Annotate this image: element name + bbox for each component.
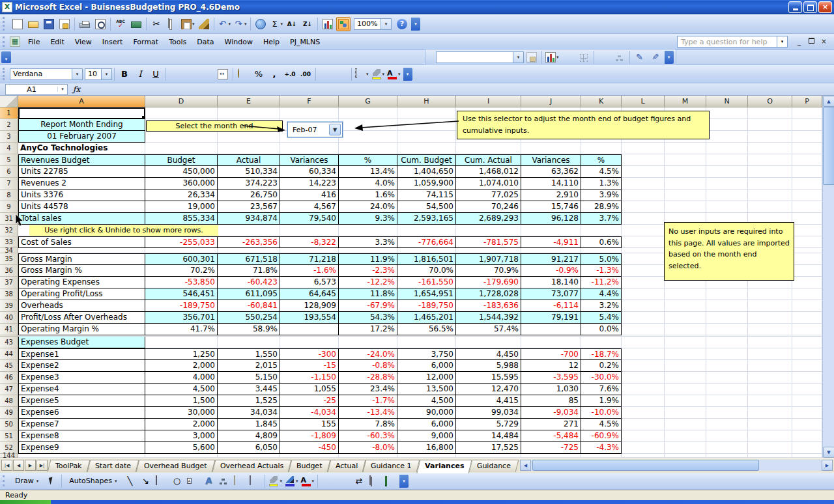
cell-H40[interactable]: 1,465,201 bbox=[397, 312, 456, 324]
wordart-button[interactable]: A bbox=[201, 474, 215, 488]
name-box[interactable]: A1 ▾ bbox=[5, 84, 68, 95]
sort-descending-button[interactable]: Z↓ bbox=[300, 17, 315, 31]
row-header-6[interactable]: 6 bbox=[0, 166, 18, 178]
dash-style-button[interactable] bbox=[336, 474, 351, 488]
cell-I35[interactable]: 1,907,718 bbox=[456, 253, 521, 265]
row-header-34[interactable]: 34 bbox=[0, 248, 18, 253]
font-dropdown-icon[interactable]: ▾ bbox=[72, 69, 82, 79]
cell-G36[interactable]: -2.3% bbox=[339, 265, 397, 277]
cell-G1[interactable] bbox=[339, 107, 397, 119]
cell-E44[interactable]: 1,550 bbox=[218, 348, 280, 360]
cell-N52[interactable] bbox=[706, 442, 748, 454]
cell-I33[interactable]: -781,575 bbox=[456, 236, 521, 248]
cell-J46[interactable]: -3,595 bbox=[521, 372, 581, 384]
cell-D4[interactable] bbox=[145, 143, 218, 154]
cell-A7[interactable]: Revenues 2 bbox=[18, 178, 145, 189]
cell-O1[interactable] bbox=[748, 107, 792, 119]
cell-D3[interactable] bbox=[145, 131, 218, 143]
cell-A52[interactable]: Expense9 bbox=[18, 442, 145, 454]
permission-button[interactable] bbox=[57, 17, 72, 31]
cell-P36[interactable] bbox=[792, 265, 822, 277]
save-button[interactable] bbox=[42, 17, 56, 31]
cell-O9[interactable] bbox=[748, 201, 792, 213]
cell-G32[interactable] bbox=[339, 225, 397, 236]
fx-icon[interactable]: ƒx bbox=[73, 85, 80, 94]
horizontal-scroll-track[interactable] bbox=[531, 460, 822, 471]
cell-A49[interactable]: Expense6 bbox=[18, 407, 145, 419]
cell-G31[interactable]: 9.3% bbox=[339, 213, 397, 225]
cell-H52[interactable]: 16,800 bbox=[397, 442, 456, 454]
cell-J37[interactable]: 18,140 bbox=[521, 277, 581, 288]
cell-D44[interactable]: 1,250 bbox=[145, 348, 218, 360]
format-painter-button[interactable] bbox=[197, 17, 211, 31]
cell-A5[interactable]: Revenues Budget bbox=[18, 154, 145, 166]
menu-insert[interactable]: Insert bbox=[97, 36, 128, 48]
toolbar-options-button[interactable]: ▾ bbox=[411, 18, 420, 31]
cell-A33[interactable]: Cost of Sales bbox=[18, 236, 145, 248]
last-sheet-button[interactable]: ▶| bbox=[36, 460, 48, 471]
cell-A2[interactable]: Report Month Ending bbox=[18, 119, 145, 131]
row-header-1[interactable]: 1 bbox=[0, 107, 18, 119]
cell-M8[interactable] bbox=[665, 189, 706, 201]
cell-H6[interactable]: 1,404,650 bbox=[397, 166, 456, 178]
cell-O47[interactable] bbox=[748, 384, 792, 395]
formatting-grip[interactable] bbox=[3, 68, 7, 80]
sheet-tab-guidance[interactable]: Guidance bbox=[469, 460, 519, 472]
cell-K37[interactable]: -11.2% bbox=[581, 277, 622, 288]
cell-E1[interactable] bbox=[218, 107, 280, 119]
cell-L47[interactable] bbox=[622, 384, 665, 395]
cell-D33[interactable]: -255,033 bbox=[145, 236, 218, 248]
column-header-K[interactable]: K bbox=[581, 96, 622, 107]
row-header-7[interactable]: 7 bbox=[0, 178, 18, 189]
cell-E51[interactable]: 4,809 bbox=[218, 430, 280, 442]
cell-P4[interactable] bbox=[792, 143, 822, 154]
cell-P7[interactable] bbox=[792, 178, 822, 189]
cell-D34[interactable] bbox=[145, 248, 218, 253]
cell-O46[interactable] bbox=[748, 372, 792, 384]
columns-button[interactable] bbox=[612, 50, 627, 64]
cell-G5[interactable]: % bbox=[339, 154, 397, 166]
cell-F37[interactable]: 6,573 bbox=[280, 277, 339, 288]
cell-H32[interactable] bbox=[397, 225, 456, 236]
workbook-minimize-button[interactable]: _ bbox=[794, 37, 804, 46]
cell-A35[interactable]: Gross Margin bbox=[18, 253, 145, 265]
cell-H2[interactable] bbox=[397, 119, 456, 131]
cell-L38[interactable] bbox=[622, 288, 665, 300]
properties-button[interactable] bbox=[525, 50, 539, 64]
cell-M38[interactable] bbox=[665, 288, 706, 300]
row-header-4[interactable]: 4 bbox=[0, 143, 18, 154]
cell-I6[interactable]: 1,468,012 bbox=[456, 166, 521, 178]
cell-J5[interactable]: Variances bbox=[521, 154, 581, 166]
menu-pj_mlns[interactable]: PJ_MLNS bbox=[285, 36, 325, 48]
cell-I39[interactable]: -183,636 bbox=[456, 300, 521, 312]
cell-G50[interactable]: 7.8% bbox=[339, 419, 397, 430]
cell-D36[interactable]: 70.2% bbox=[145, 265, 218, 277]
cell-H39[interactable]: -189,750 bbox=[397, 300, 456, 312]
cell-A36[interactable]: Gross Margin % bbox=[18, 265, 145, 277]
cell-F43[interactable] bbox=[280, 337, 339, 348]
help-dropdown-icon[interactable]: ▾ bbox=[777, 36, 787, 47]
cell-L4[interactable] bbox=[622, 143, 665, 154]
cell-E40[interactable]: 550,254 bbox=[218, 312, 280, 324]
cell-E35[interactable]: 671,518 bbox=[218, 253, 280, 265]
floating-combo-dropdown-icon[interactable]: ▾ bbox=[513, 52, 523, 63]
undo-button[interactable]: ↶▾ bbox=[217, 17, 232, 31]
align-center-button[interactable] bbox=[184, 67, 199, 81]
cell-E41[interactable]: 58.9% bbox=[218, 324, 280, 335]
cell-A40[interactable]: Profit/Loss After Overheads bbox=[18, 312, 145, 324]
font-color-dropdown[interactable]: ▾ bbox=[398, 72, 401, 77]
cell-F46[interactable]: -1,150 bbox=[280, 372, 339, 384]
increase-indent-button[interactable] bbox=[334, 67, 349, 81]
cell-H35[interactable]: 1,816,501 bbox=[397, 253, 456, 265]
cell-J52[interactable]: -725 bbox=[521, 442, 581, 454]
spelling-button[interactable]: ABC bbox=[113, 17, 128, 31]
cell-L45[interactable] bbox=[622, 360, 665, 372]
cell-L51[interactable] bbox=[622, 430, 665, 442]
row-header-5[interactable]: 5 bbox=[0, 154, 18, 166]
cell-O7[interactable] bbox=[748, 178, 792, 189]
column-header-I[interactable]: I bbox=[456, 96, 521, 107]
rows-button[interactable] bbox=[597, 50, 611, 64]
new-button[interactable] bbox=[10, 17, 25, 31]
cell-O51[interactable] bbox=[748, 430, 792, 442]
arrow-button[interactable]: ↘ bbox=[138, 474, 152, 488]
